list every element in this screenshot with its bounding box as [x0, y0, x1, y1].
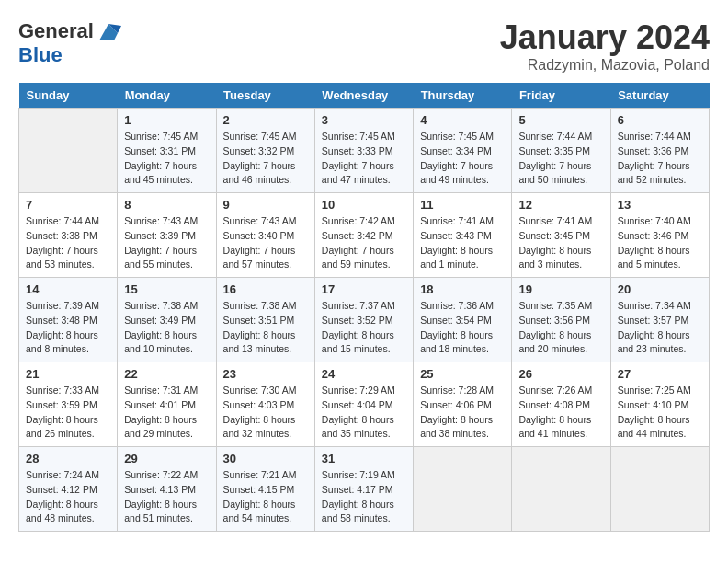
- calendar-cell: 30Sunrise: 7:21 AMSunset: 4:15 PMDayligh…: [216, 447, 314, 532]
- day-info: Sunrise: 7:37 AMSunset: 3:52 PMDaylight:…: [322, 299, 406, 357]
- day-info: Sunrise: 7:44 AMSunset: 3:35 PMDaylight:…: [518, 130, 603, 188]
- day-number: 3: [322, 113, 406, 127]
- day-number: 22: [124, 367, 209, 381]
- day-info: Sunrise: 7:25 AMSunset: 4:10 PMDaylight:…: [618, 384, 702, 442]
- calendar-week-3: 14Sunrise: 7:39 AMSunset: 3:48 PMDayligh…: [19, 278, 710, 362]
- day-info: Sunrise: 7:41 AMSunset: 3:45 PMDaylight:…: [518, 214, 603, 272]
- calendar-cell: 5Sunrise: 7:44 AMSunset: 3:35 PMDaylight…: [512, 109, 610, 193]
- day-number: 1: [124, 113, 209, 127]
- day-info: Sunrise: 7:38 AMSunset: 3:51 PMDaylight:…: [223, 299, 308, 357]
- calendar-cell: 14Sunrise: 7:39 AMSunset: 3:48 PMDayligh…: [19, 278, 118, 362]
- day-number: 25: [420, 367, 505, 381]
- calendar-cell: 15Sunrise: 7:38 AMSunset: 3:49 PMDayligh…: [118, 278, 216, 362]
- calendar-cell: 8Sunrise: 7:43 AMSunset: 3:39 PMDaylight…: [118, 193, 216, 278]
- day-number: 18: [420, 282, 505, 296]
- day-info: Sunrise: 7:34 AMSunset: 3:57 PMDaylight:…: [618, 299, 702, 357]
- day-number: 8: [124, 198, 209, 212]
- calendar-cell: 7Sunrise: 7:44 AMSunset: 3:38 PMDaylight…: [19, 193, 118, 278]
- calendar-cell: 1Sunrise: 7:45 AMSunset: 3:31 PMDaylight…: [118, 109, 216, 193]
- day-number: 19: [518, 282, 603, 296]
- title-section: January 2024 Radzymin, Mazovia, Poland: [500, 18, 710, 74]
- calendar-cell: 24Sunrise: 7:29 AMSunset: 4:04 PMDayligh…: [314, 362, 413, 447]
- day-number: 2: [223, 113, 308, 127]
- calendar-week-2: 7Sunrise: 7:44 AMSunset: 3:38 PMDaylight…: [19, 193, 710, 278]
- calendar-cell: 17Sunrise: 7:37 AMSunset: 3:52 PMDayligh…: [314, 278, 413, 362]
- calendar-cell: 2Sunrise: 7:45 AMSunset: 3:32 PMDaylight…: [216, 109, 314, 193]
- calendar-cell: 31Sunrise: 7:19 AMSunset: 4:17 PMDayligh…: [314, 447, 413, 532]
- calendar-cell: 20Sunrise: 7:34 AMSunset: 3:57 PMDayligh…: [610, 278, 709, 362]
- day-info: Sunrise: 7:45 AMSunset: 3:31 PMDaylight:…: [124, 130, 209, 188]
- logo-icon: [96, 18, 121, 44]
- calendar-cell: 9Sunrise: 7:43 AMSunset: 3:40 PMDaylight…: [216, 193, 314, 278]
- calendar-cell: 18Sunrise: 7:36 AMSunset: 3:54 PMDayligh…: [414, 278, 512, 362]
- weekday-header-friday: Friday: [512, 83, 610, 109]
- page-header: General Blue January 2024 Radzymin, Mazo…: [18, 18, 710, 74]
- calendar-cell: 21Sunrise: 7:33 AMSunset: 3:59 PMDayligh…: [19, 362, 118, 447]
- calendar-cell: 19Sunrise: 7:35 AMSunset: 3:56 PMDayligh…: [512, 278, 610, 362]
- day-number: 20: [618, 282, 702, 296]
- day-info: Sunrise: 7:35 AMSunset: 3:56 PMDaylight:…: [518, 299, 603, 357]
- day-info: Sunrise: 7:45 AMSunset: 3:33 PMDaylight:…: [322, 130, 406, 188]
- calendar-body: 1Sunrise: 7:45 AMSunset: 3:31 PMDaylight…: [19, 109, 710, 532]
- calendar-cell: 4Sunrise: 7:45 AMSunset: 3:34 PMDaylight…: [414, 109, 512, 193]
- calendar-cell: 12Sunrise: 7:41 AMSunset: 3:45 PMDayligh…: [512, 193, 610, 278]
- weekday-header-monday: Monday: [118, 83, 216, 109]
- day-info: Sunrise: 7:39 AMSunset: 3:48 PMDaylight:…: [26, 299, 110, 357]
- day-number: 29: [124, 452, 209, 465]
- logo-wrapper: General Blue: [18, 18, 121, 66]
- month-title: January 2024: [500, 18, 710, 57]
- weekday-header-sunday: Sunday: [19, 83, 118, 109]
- calendar-cell: 22Sunrise: 7:31 AMSunset: 4:01 PMDayligh…: [118, 362, 216, 447]
- day-number: 31: [322, 452, 406, 465]
- day-info: Sunrise: 7:26 AMSunset: 4:08 PMDaylight:…: [518, 384, 603, 442]
- calendar-cell: [512, 447, 610, 532]
- calendar-table: SundayMondayTuesdayWednesdayThursdayFrid…: [18, 83, 710, 532]
- calendar-cell: 29Sunrise: 7:22 AMSunset: 4:13 PMDayligh…: [118, 447, 216, 532]
- day-number: 15: [124, 282, 209, 296]
- day-number: 16: [223, 282, 308, 296]
- day-number: 10: [322, 198, 406, 212]
- weekday-header-wednesday: Wednesday: [314, 83, 413, 109]
- day-info: Sunrise: 7:31 AMSunset: 4:01 PMDaylight:…: [124, 384, 209, 442]
- weekday-header-saturday: Saturday: [610, 83, 709, 109]
- day-info: Sunrise: 7:38 AMSunset: 3:49 PMDaylight:…: [124, 299, 209, 357]
- day-number: 9: [223, 198, 308, 212]
- calendar-cell: 26Sunrise: 7:26 AMSunset: 4:08 PMDayligh…: [512, 362, 610, 447]
- day-info: Sunrise: 7:45 AMSunset: 3:32 PMDaylight:…: [223, 130, 308, 188]
- calendar-cell: 11Sunrise: 7:41 AMSunset: 3:43 PMDayligh…: [414, 193, 512, 278]
- day-info: Sunrise: 7:43 AMSunset: 3:39 PMDaylight:…: [124, 214, 209, 272]
- day-number: 23: [223, 367, 308, 381]
- calendar-week-4: 21Sunrise: 7:33 AMSunset: 3:59 PMDayligh…: [19, 362, 710, 447]
- day-info: Sunrise: 7:21 AMSunset: 4:15 PMDaylight:…: [223, 468, 308, 526]
- calendar-cell: 10Sunrise: 7:42 AMSunset: 3:42 PMDayligh…: [314, 193, 413, 278]
- day-number: 26: [518, 367, 603, 381]
- day-info: Sunrise: 7:44 AMSunset: 3:36 PMDaylight:…: [618, 130, 702, 188]
- calendar-cell: [414, 447, 512, 532]
- day-number: 30: [223, 452, 308, 465]
- calendar-cell: [610, 447, 709, 532]
- calendar-week-1: 1Sunrise: 7:45 AMSunset: 3:31 PMDaylight…: [19, 109, 710, 193]
- day-info: Sunrise: 7:22 AMSunset: 4:13 PMDaylight:…: [124, 468, 209, 526]
- day-info: Sunrise: 7:19 AMSunset: 4:17 PMDaylight:…: [322, 468, 406, 526]
- day-number: 24: [322, 367, 406, 381]
- day-number: 6: [618, 113, 702, 127]
- day-number: 21: [26, 367, 110, 381]
- logo-text-general: General: [18, 20, 94, 42]
- day-info: Sunrise: 7:30 AMSunset: 4:03 PMDaylight:…: [223, 384, 308, 442]
- calendar-cell: 16Sunrise: 7:38 AMSunset: 3:51 PMDayligh…: [216, 278, 314, 362]
- calendar-cell: 3Sunrise: 7:45 AMSunset: 3:33 PMDaylight…: [314, 109, 413, 193]
- day-info: Sunrise: 7:43 AMSunset: 3:40 PMDaylight:…: [223, 214, 308, 272]
- day-number: 27: [618, 367, 702, 381]
- day-number: 14: [26, 282, 110, 296]
- logo-row: General: [18, 18, 121, 44]
- weekday-header-tuesday: Tuesday: [216, 83, 314, 109]
- location-title: Radzymin, Mazovia, Poland: [500, 57, 710, 74]
- day-info: Sunrise: 7:42 AMSunset: 3:42 PMDaylight:…: [322, 214, 406, 272]
- day-info: Sunrise: 7:40 AMSunset: 3:46 PMDaylight:…: [618, 214, 702, 272]
- calendar-cell: 27Sunrise: 7:25 AMSunset: 4:10 PMDayligh…: [610, 362, 709, 447]
- calendar-header: SundayMondayTuesdayWednesdayThursdayFrid…: [19, 83, 710, 109]
- day-number: 5: [518, 113, 603, 127]
- logo-text-blue: Blue: [18, 44, 121, 66]
- day-info: Sunrise: 7:29 AMSunset: 4:04 PMDaylight:…: [322, 384, 406, 442]
- day-info: Sunrise: 7:41 AMSunset: 3:43 PMDaylight:…: [420, 214, 505, 272]
